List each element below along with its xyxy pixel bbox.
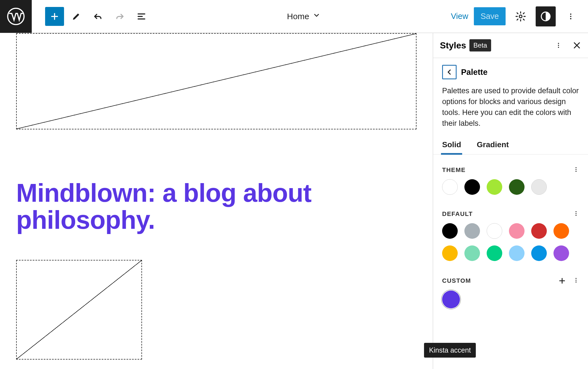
styles-button[interactable] [536, 6, 556, 26]
svg-point-3 [570, 13, 572, 15]
wordpress-logo[interactable] [0, 0, 32, 33]
sidebar-more-button[interactable] [555, 42, 562, 49]
add-block-button[interactable] [45, 7, 64, 26]
default-label: DEFAULT [442, 210, 473, 218]
color-swatch[interactable] [487, 179, 502, 195]
color-swatch[interactable] [464, 179, 480, 195]
svg-point-10 [575, 169, 577, 170]
theme-more-button[interactable] [573, 166, 579, 173]
view-link[interactable]: View [451, 12, 468, 21]
document-title: Home [287, 12, 309, 21]
top-toolbar: Home View Save [0, 0, 588, 33]
color-swatch[interactable] [442, 245, 458, 261]
styles-sidebar: Styles Beta Palette Palettes are used to… [433, 33, 588, 369]
svg-point-4 [570, 16, 572, 17]
color-swatch[interactable] [487, 245, 502, 261]
svg-point-14 [575, 215, 577, 216]
color-tooltip: Kinsta accent [424, 343, 476, 358]
color-swatch[interactable] [509, 245, 525, 261]
image-placeholder-top[interactable] [16, 33, 416, 129]
redo-button[interactable] [110, 7, 129, 26]
panel-nav: Palette [442, 65, 579, 79]
svg-point-15 [575, 278, 577, 279]
save-button[interactable]: Save [474, 7, 506, 25]
svg-point-6 [558, 43, 559, 44]
color-swatch[interactable] [442, 223, 458, 239]
close-sidebar-button[interactable] [572, 41, 581, 50]
color-swatch[interactable] [531, 179, 547, 195]
image-placeholder-bottom[interactable] [16, 260, 142, 360]
document-title-area[interactable]: Home [156, 11, 451, 21]
svg-point-12 [575, 211, 577, 212]
toolbar-left [32, 7, 156, 26]
default-section-head: DEFAULT [442, 210, 579, 218]
color-swatch[interactable] [487, 223, 502, 239]
svg-point-8 [558, 47, 559, 48]
undo-button[interactable] [89, 7, 107, 26]
svg-point-9 [575, 167, 577, 168]
panel-title: Palette [461, 68, 487, 77]
palette-tabs: Solid Gradient [433, 140, 588, 155]
color-swatch[interactable] [464, 245, 480, 261]
list-view-button[interactable] [132, 7, 151, 26]
color-swatch[interactable] [442, 179, 458, 195]
theme-section-head: THEME [442, 166, 579, 174]
chevron-down-icon [313, 11, 320, 21]
color-swatch[interactable] [442, 291, 460, 308]
sidebar-body: Palette Palettes are used to provide def… [433, 58, 588, 315]
svg-point-11 [575, 171, 577, 172]
content-area: Mindblown: a blog about philosophy. Styl… [0, 33, 588, 369]
beta-badge: Beta [469, 39, 491, 51]
default-swatches [442, 223, 579, 261]
color-swatch[interactable] [531, 223, 547, 239]
custom-label: CUSTOM [442, 277, 471, 284]
default-more-button[interactable] [573, 210, 579, 217]
svg-point-0 [8, 8, 24, 24]
theme-swatches [442, 179, 579, 195]
color-swatch[interactable] [531, 245, 547, 261]
page-heading[interactable]: Mindblown: a blog about philosophy. [16, 179, 416, 233]
svg-point-17 [575, 282, 577, 283]
custom-more-button[interactable] [573, 277, 579, 285]
svg-point-13 [575, 213, 577, 214]
color-swatch[interactable] [464, 223, 480, 239]
toolbar-right: View Save [451, 6, 580, 26]
svg-point-1 [519, 15, 522, 18]
tab-solid[interactable]: Solid [442, 140, 461, 154]
custom-swatches [442, 291, 579, 308]
edit-tool-button[interactable] [67, 7, 86, 26]
settings-button[interactable] [511, 7, 530, 26]
color-swatch[interactable] [509, 179, 525, 195]
svg-point-16 [575, 280, 577, 281]
color-swatch[interactable] [553, 223, 569, 239]
back-button[interactable] [442, 65, 457, 79]
color-swatch[interactable] [509, 223, 525, 239]
svg-point-5 [570, 18, 572, 19]
add-custom-color-button[interactable] [558, 277, 566, 285]
svg-point-7 [558, 45, 559, 46]
custom-section-head: CUSTOM [442, 277, 579, 285]
color-swatch[interactable] [553, 245, 569, 261]
more-options-button[interactable] [561, 7, 580, 26]
sidebar-title: Styles [440, 40, 466, 51]
editor-canvas[interactable]: Mindblown: a blog about philosophy. [0, 33, 433, 369]
theme-label: THEME [442, 166, 466, 174]
sidebar-header: Styles Beta [433, 33, 588, 58]
palette-description: Palettes are used to provide default col… [442, 85, 579, 129]
tab-gradient[interactable]: Gradient [477, 140, 509, 154]
